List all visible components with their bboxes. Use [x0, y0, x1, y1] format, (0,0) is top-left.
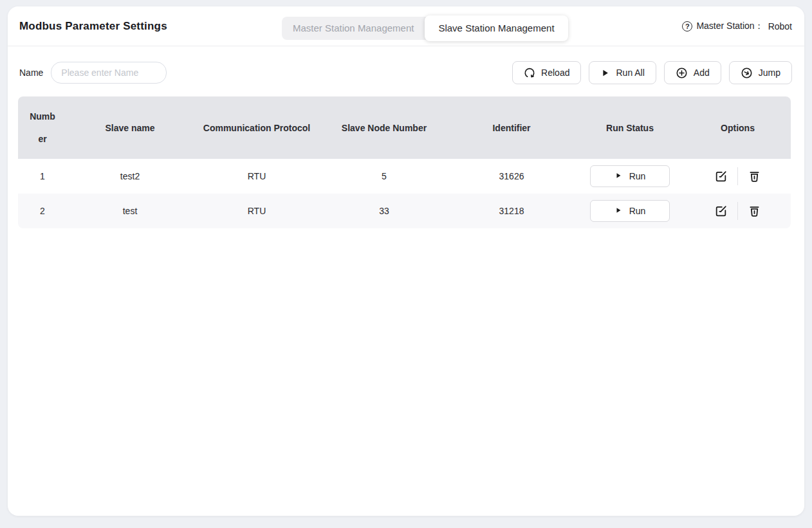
col-slave-node-number: Slave Node Number: [320, 96, 448, 159]
tab-slave-station-management[interactable]: Slave Station Management: [425, 15, 567, 41]
table-row: 2 test RTU 33 31218 Run: [18, 194, 791, 228]
toolbar: Name Reload Run All: [8, 46, 804, 84]
modbus-settings-panel: Modbus Parameter Settings Master Station…: [8, 6, 804, 516]
cell-protocol: RTU: [193, 159, 320, 194]
run-button-label: Run: [629, 206, 646, 216]
slave-station-table: Number Slave name Communication Protocol…: [18, 96, 791, 228]
cell-identifier: 31218: [448, 194, 575, 228]
cell-run-status: Run: [575, 159, 685, 194]
add-button-label: Add: [694, 68, 710, 78]
delete-button[interactable]: [748, 170, 761, 183]
run-button[interactable]: Run: [590, 200, 670, 222]
cell-slave-name: test2: [67, 159, 193, 194]
master-station-label: Master Station：: [696, 21, 763, 32]
run-all-button[interactable]: Run All: [589, 61, 656, 84]
run-all-button-label: Run All: [616, 68, 644, 78]
options-divider: [737, 167, 738, 185]
edit-button[interactable]: [714, 170, 728, 183]
cell-protocol: RTU: [193, 194, 320, 228]
col-options: Options: [685, 96, 791, 159]
play-icon: [600, 68, 610, 78]
cell-node-number: 5: [320, 159, 448, 194]
trash-icon: [748, 205, 761, 218]
cell-node-number: 33: [320, 194, 448, 228]
arrow-circle-icon: [741, 67, 753, 79]
table-header-row: Number Slave name Communication Protocol…: [18, 96, 791, 159]
master-station-value: Robot: [768, 21, 792, 32]
cell-options: [685, 159, 791, 194]
cell-slave-name: test: [67, 194, 193, 228]
master-station-info: Master Station： Robot: [682, 21, 792, 32]
cell-number: 1: [18, 159, 67, 194]
panel-header: Modbus Parameter Settings Master Station…: [8, 6, 804, 46]
options-divider: [737, 202, 738, 220]
jump-button-label: Jump: [759, 68, 780, 78]
col-run-status: Run Status: [575, 96, 685, 159]
play-icon: [614, 171, 622, 181]
cell-options: [685, 194, 791, 228]
edit-button[interactable]: [714, 205, 728, 218]
edit-square-icon: [714, 170, 728, 183]
reload-icon: [524, 67, 535, 78]
col-slave-name: Slave name: [67, 96, 193, 159]
col-identifier: Identifier: [448, 96, 575, 159]
delete-button[interactable]: [748, 205, 761, 218]
toolbar-buttons: Reload Run All Add: [512, 61, 792, 84]
jump-button[interactable]: Jump: [729, 61, 792, 84]
name-input[interactable]: [51, 62, 167, 84]
name-label: Name: [19, 68, 43, 78]
add-button[interactable]: Add: [664, 61, 721, 84]
reload-button-label: Reload: [541, 68, 569, 78]
run-button[interactable]: Run: [590, 165, 670, 187]
tab-master-station-management[interactable]: Master Station Management: [282, 17, 425, 40]
plus-circle-icon: [676, 67, 688, 79]
cell-run-status: Run: [575, 194, 685, 228]
reload-button[interactable]: Reload: [512, 61, 581, 84]
cell-identifier: 31626: [448, 159, 575, 194]
page-title: Modbus Parameter Settings: [19, 20, 167, 33]
edit-square-icon: [714, 205, 728, 218]
col-number: Number: [18, 96, 67, 159]
question-circle-icon: [682, 21, 692, 32]
col-communication-protocol: Communication Protocol: [193, 96, 320, 159]
run-button-label: Run: [629, 171, 646, 181]
play-icon: [614, 206, 622, 216]
cell-number: 2: [18, 194, 67, 228]
table-row: 1 test2 RTU 5 31626 Run: [18, 159, 791, 194]
station-tabs: Master Station Management Slave Station …: [282, 17, 567, 40]
trash-icon: [748, 170, 761, 183]
